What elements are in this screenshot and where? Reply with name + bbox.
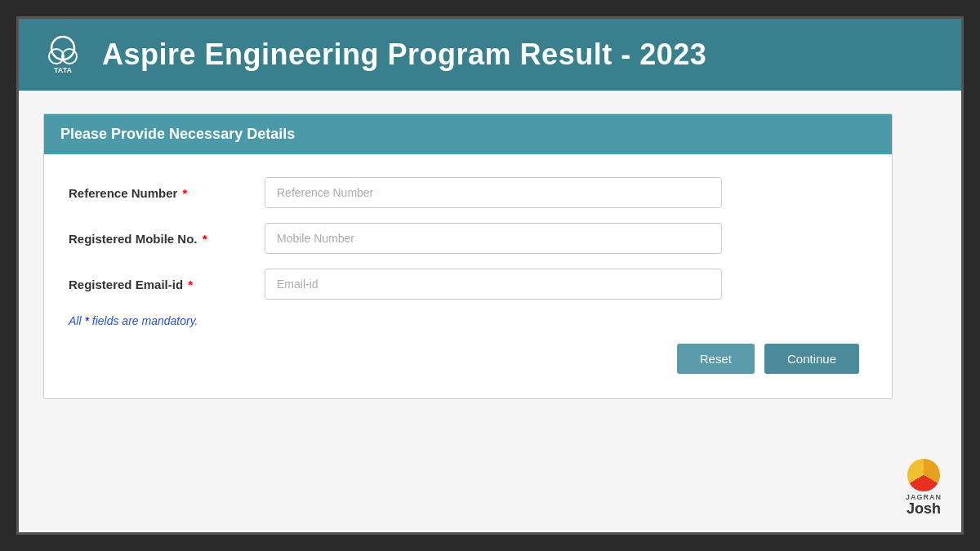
page-header: TATA Aspire Engineering Program Result -… [19,19,961,91]
mandatory-prefix: All [69,314,84,327]
form-buttons: Reset Continue [69,344,867,374]
form-card: Please Provide Necessary Details Referen… [43,113,893,399]
mobile-number-label: Registered Mobile No. * [69,232,248,246]
jagran-josh-icon [907,459,940,491]
required-star-2: * [199,232,207,246]
continue-button[interactable]: Continue [764,344,859,374]
email-input[interactable] [265,269,722,300]
main-content: Please Provide Necessary Details Referen… [19,91,961,532]
tata-logo: TATA [38,30,87,79]
email-row: Registered Email-id * [69,269,867,300]
form-body: Reference Number * Registered Mobile No.… [44,154,892,398]
jagran-josh-logo: JAGRAN Josh [906,459,942,518]
mobile-number-input[interactable] [265,223,722,254]
mandatory-note: All * fields are mandatory. [69,314,867,327]
mobile-number-row: Registered Mobile No. * [69,223,867,254]
header-title: Aspire Engineering Program Result - 2023 [102,38,706,72]
josh-label: Josh [906,501,941,518]
svg-text:TATA: TATA [54,66,72,74]
required-star-1: * [179,186,187,200]
app-frame: TATA Aspire Engineering Program Result -… [16,16,964,535]
mandatory-suffix: fields are mandatory. [89,314,198,327]
reference-number-row: Reference Number * [69,177,867,208]
reference-number-label: Reference Number * [69,186,248,200]
required-star-3: * [185,278,193,291]
email-label: Registered Email-id * [69,278,248,291]
form-card-header: Please Provide Necessary Details [44,114,892,154]
reference-number-input[interactable] [265,177,722,208]
form-card-title: Please Provide Necessary Details [60,126,295,142]
reset-button[interactable]: Reset [677,344,755,374]
